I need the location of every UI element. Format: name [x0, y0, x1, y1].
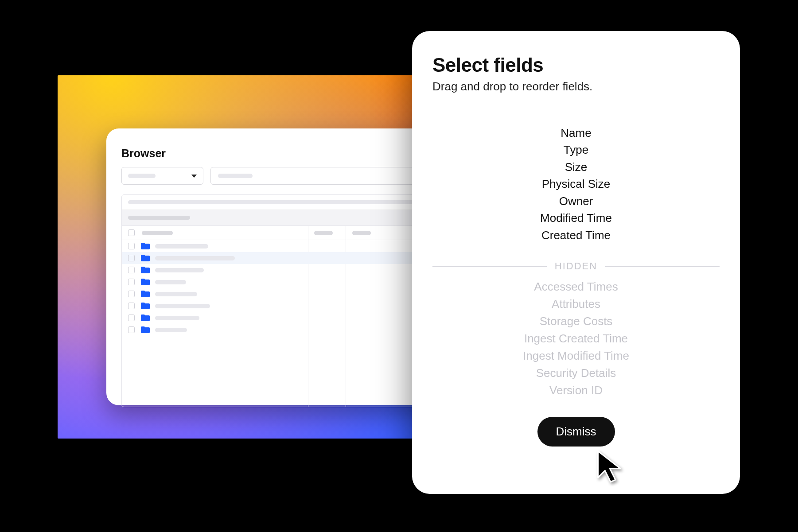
dialog-subtitle: Drag and drop to reorder fields.	[432, 80, 720, 93]
visible-field-item[interactable]: Modified Time	[432, 210, 720, 226]
row-name-placeholder	[155, 280, 186, 284]
column-divider	[308, 226, 308, 240]
folder-icon	[141, 243, 150, 249]
hidden-field-item[interactable]: Ingest Created Time	[432, 330, 720, 347]
visible-field-item[interactable]: Size	[432, 159, 720, 175]
hidden-field-item[interactable]: Version ID	[432, 382, 720, 399]
row-checkbox[interactable]	[128, 279, 135, 285]
hidden-field-item[interactable]: Security Details	[432, 365, 720, 382]
folder-icon	[141, 255, 150, 261]
filter-select-placeholder	[128, 174, 156, 178]
dismiss-button[interactable]: Dismiss	[537, 417, 615, 447]
row-name-placeholder	[155, 244, 208, 249]
visible-fields-list: NameTypeSizePhysical SizeOwnerModified T…	[432, 124, 720, 244]
visible-field-item[interactable]: Physical Size	[432, 175, 720, 192]
dialog-title: Select fields	[432, 54, 720, 76]
hidden-label: HIDDEN	[555, 260, 597, 272]
column-header-name[interactable]	[142, 231, 173, 235]
column-header-2[interactable]	[314, 231, 333, 235]
row-name-placeholder	[155, 292, 197, 296]
hidden-fields-list: Accessed TimesAttributesStorage CostsIng…	[432, 278, 720, 399]
row-checkbox[interactable]	[128, 326, 135, 333]
separator-line	[432, 266, 547, 267]
chevron-down-icon	[191, 175, 197, 178]
folder-icon	[141, 267, 150, 273]
row-name-placeholder	[155, 304, 210, 308]
visible-field-item[interactable]: Name	[432, 124, 720, 141]
folder-icon	[141, 291, 150, 297]
hidden-separator: HIDDEN	[432, 260, 720, 272]
row-checkbox[interactable]	[128, 255, 135, 261]
search-placeholder	[218, 174, 253, 178]
row-checkbox[interactable]	[128, 243, 135, 249]
hidden-field-item[interactable]: Storage Costs	[432, 313, 720, 330]
row-name-placeholder	[155, 316, 199, 320]
row-checkbox[interactable]	[128, 315, 135, 321]
group-header-placeholder	[128, 216, 190, 220]
row-name-placeholder	[155, 256, 235, 260]
row-checkbox[interactable]	[128, 267, 135, 273]
row-checkbox[interactable]	[128, 303, 135, 309]
row-name-placeholder	[155, 268, 204, 272]
folder-icon	[141, 315, 150, 321]
folder-icon	[141, 279, 150, 285]
hidden-field-item[interactable]: Ingest Modified Time	[432, 347, 720, 365]
visible-field-item[interactable]: Owner	[432, 193, 720, 210]
folder-icon	[141, 303, 150, 309]
visible-field-item[interactable]: Created Time	[432, 227, 720, 244]
hidden-field-item[interactable]: Accessed Times	[432, 278, 720, 295]
separator-line	[605, 266, 720, 267]
filter-select[interactable]	[121, 167, 203, 185]
visible-field-item[interactable]: Type	[432, 141, 720, 158]
select-all-checkbox[interactable]	[128, 229, 135, 236]
select-fields-dialog: Select fields Drag and drop to reorder f…	[412, 31, 740, 494]
column-header-3[interactable]	[352, 231, 371, 235]
hidden-field-item[interactable]: Attributes	[432, 295, 720, 313]
row-checkbox[interactable]	[128, 291, 135, 297]
stage: Browser	[0, 0, 798, 532]
folder-icon	[141, 326, 150, 333]
row-name-placeholder	[155, 328, 187, 332]
column-divider	[346, 226, 346, 240]
